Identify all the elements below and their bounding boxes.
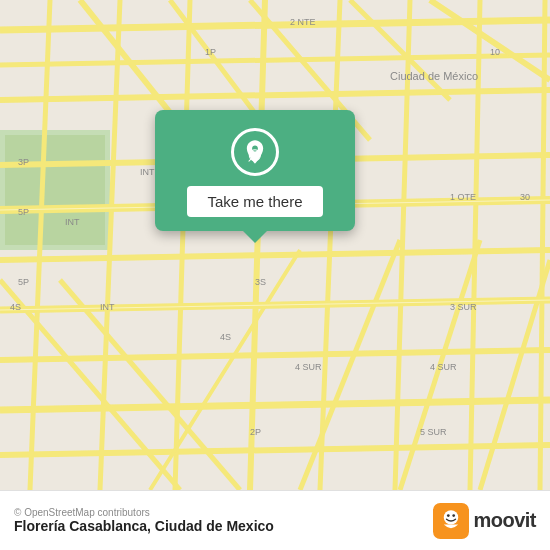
- moovit-logo[interactable]: moovit: [433, 503, 536, 539]
- location-icon-wrapper: ⌕: [231, 128, 279, 176]
- footer-left: © OpenStreetMap contributors Florería Ca…: [14, 507, 274, 534]
- svg-point-58: [444, 510, 458, 524]
- svg-text:5P: 5P: [18, 277, 29, 287]
- moovit-text-label: moovit: [473, 509, 536, 532]
- svg-text:3 SUR: 3 SUR: [450, 302, 477, 312]
- svg-text:INT: INT: [140, 167, 155, 177]
- svg-point-60: [453, 514, 456, 517]
- map-svg: Ciudad de México 1 OTE 3 SUR 4 SUR 5 SUR…: [0, 0, 550, 490]
- svg-text:1 OTE: 1 OTE: [450, 192, 476, 202]
- svg-text:1P: 1P: [205, 47, 216, 57]
- svg-text:Ciudad de México: Ciudad de México: [390, 70, 478, 82]
- location-name-text: Florería Casablanca, Ciudad de Mexico: [14, 518, 274, 534]
- svg-text:5 SUR: 5 SUR: [420, 427, 447, 437]
- svg-text:4 SUR: 4 SUR: [295, 362, 322, 372]
- svg-text:3S: 3S: [255, 277, 266, 287]
- svg-rect-13: [5, 135, 105, 245]
- svg-text:2 NTE: 2 NTE: [290, 17, 316, 27]
- moovit-logo-icon: [433, 503, 469, 539]
- svg-text:10: 10: [490, 47, 500, 57]
- map-container: Ciudad de México 1 OTE 3 SUR 4 SUR 5 SUR…: [0, 0, 550, 490]
- svg-text:30: 30: [520, 192, 530, 202]
- svg-text:2P: 2P: [250, 427, 261, 437]
- svg-text:4 SUR: 4 SUR: [430, 362, 457, 372]
- svg-text:4S: 4S: [10, 302, 21, 312]
- svg-point-59: [447, 514, 450, 517]
- pin-svg-icon: [241, 138, 269, 166]
- popup-card: ⌕ Take me there: [155, 110, 355, 231]
- svg-text:INT: INT: [65, 217, 80, 227]
- footer-bar: © OpenStreetMap contributors Florería Ca…: [0, 490, 550, 550]
- svg-text:4S: 4S: [220, 332, 231, 342]
- take-me-there-button[interactable]: Take me there: [187, 186, 322, 217]
- attribution-text: © OpenStreetMap contributors: [14, 507, 274, 518]
- svg-text:3P: 3P: [18, 157, 29, 167]
- svg-text:5P: 5P: [18, 207, 29, 217]
- svg-text:INT: INT: [100, 302, 115, 312]
